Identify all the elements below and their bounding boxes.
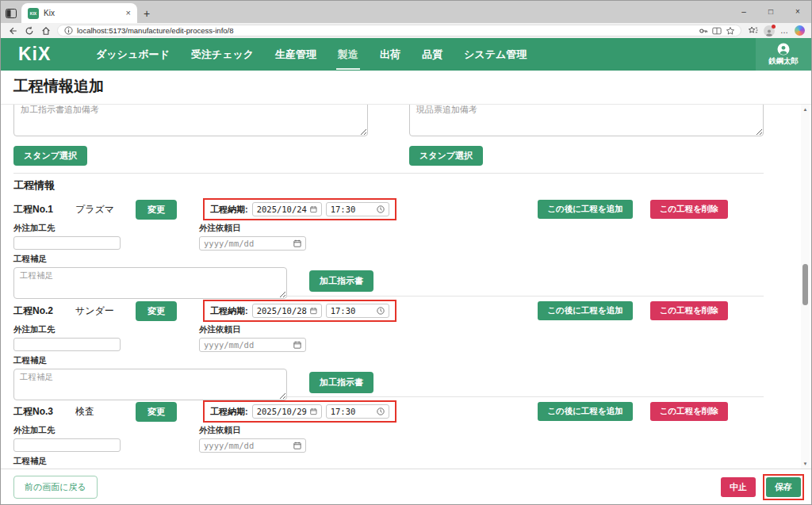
- delete-process-button[interactable]: この工程を削除: [650, 200, 728, 219]
- password-key-icon[interactable]: [699, 26, 708, 36]
- tab-close-icon[interactable]: ×: [126, 9, 131, 17]
- browser-tab-strip: KIX Kix × + – □ ×: [1, 1, 811, 23]
- new-tab-button[interactable]: +: [137, 4, 156, 23]
- back-to-previous-button[interactable]: 前の画面に戻る: [13, 476, 98, 499]
- deadline-time-input[interactable]: 17:30: [326, 404, 389, 419]
- browser-toolbar: localhost:5173/manufacture/edit-process-…: [1, 23, 811, 38]
- supplier-input[interactable]: [13, 438, 121, 452]
- scrollbar-thumb[interactable]: [802, 264, 808, 305]
- refresh-icon[interactable]: [24, 25, 35, 36]
- home-icon[interactable]: [40, 25, 52, 36]
- profile-avatar[interactable]: [764, 25, 775, 36]
- browser-window: KIX Kix × + – □ × localhost:5173/manufac…: [0, 0, 812, 505]
- note-textarea[interactable]: [13, 369, 287, 400]
- deadline-time-input[interactable]: 17:30: [326, 304, 389, 318]
- clock-icon: [377, 407, 385, 415]
- supplier-label: 外注加工先: [13, 425, 199, 436]
- nav-item-dashboard[interactable]: ダッシュボード: [96, 44, 170, 65]
- scroll-down-icon[interactable]: ▼: [801, 459, 810, 469]
- deadline-label: 工程納期:: [210, 204, 248, 216]
- address-bar[interactable]: localhost:5173/manufacture/edit-process-…: [57, 25, 741, 36]
- add-process-after-button[interactable]: この後に工程を追加: [538, 200, 632, 219]
- favorite-star-icon[interactable]: [726, 26, 735, 36]
- add-process-after-button[interactable]: この後に工程を追加: [538, 402, 632, 421]
- deadline-highlight-box: 工程納期: 2025/10/28 17:30: [203, 300, 396, 322]
- instruction-sheet-button[interactable]: 加工指示書: [309, 270, 373, 292]
- process-name: プラズマ: [75, 203, 136, 216]
- footer-bar: 前の画面に戻る 中止 保存: [1, 469, 811, 504]
- nav-item-system[interactable]: システム管理: [464, 44, 527, 65]
- nav-item-shipping[interactable]: 出荷: [380, 44, 400, 65]
- user-menu[interactable]: 鉄鋼太郎: [756, 38, 811, 71]
- deadline-highlight-box: 工程納期: 2025/10/29 17:30: [203, 400, 396, 423]
- nav-item-order-check[interactable]: 受注チェック: [191, 44, 254, 65]
- save-button[interactable]: 保存: [766, 477, 801, 497]
- settings-menu-icon[interactable]: …: [780, 26, 789, 35]
- change-process-button[interactable]: 変更: [136, 301, 177, 321]
- site-favicon-icon: KIX: [28, 8, 39, 19]
- browser-tab[interactable]: KIX Kix ×: [21, 3, 137, 23]
- process-row-1: 工程No.1 プラズマ 変更 工程納期: 2025/10/24 17:30 この…: [13, 195, 764, 296]
- deadline-date-input[interactable]: 2025/10/28: [252, 304, 322, 318]
- site-info-icon[interactable]: [63, 26, 73, 36]
- change-process-button[interactable]: 変更: [136, 200, 177, 220]
- deadline-label: 工程納期:: [210, 406, 248, 418]
- process-row-2: 工程No.2 サンダー 変更 工程納期: 2025/10/28 17:30 この…: [13, 296, 764, 396]
- note-textarea[interactable]: [13, 267, 287, 299]
- page-title: 工程情報追加: [1, 71, 811, 105]
- deadline-date-input[interactable]: 2025/10/24: [252, 202, 322, 216]
- process-number: 工程No.3: [13, 405, 75, 419]
- user-icon: [777, 43, 790, 55]
- note-label: 工程補足: [13, 355, 764, 366]
- calendar-icon: [293, 239, 301, 247]
- main-content: スタンプ選択 スタンプ選択 工程情報 工程No.1 プラズマ 変更 工程納期: …: [1, 105, 811, 469]
- url-text[interactable]: localhost:5173/manufacture/edit-process-…: [77, 26, 695, 35]
- instruction-remarks-textarea[interactable]: [13, 105, 368, 136]
- process-number: 工程No.1: [13, 203, 75, 216]
- request-date-label: 外注依頼日: [199, 324, 306, 335]
- process-section-heading: 工程情報: [13, 178, 764, 193]
- notification-dot: [772, 25, 776, 29]
- tab-layout-icon[interactable]: [1, 4, 21, 23]
- calendar-icon: [310, 205, 317, 213]
- split-screen-icon[interactable]: [712, 26, 722, 36]
- scroll-up-icon[interactable]: ▲: [801, 105, 810, 114]
- save-highlight-box: 保存: [763, 474, 804, 500]
- minimize-button[interactable]: –: [730, 1, 757, 21]
- deadline-time-input[interactable]: 17:30: [326, 202, 389, 216]
- add-process-after-button[interactable]: この後に工程を追加: [538, 301, 632, 320]
- stamp-select-button-right[interactable]: スタンプ選択: [409, 146, 483, 166]
- request-date-input[interactable]: yyyy/mm/dd: [199, 438, 306, 453]
- change-process-button[interactable]: 変更: [136, 402, 177, 422]
- supplier-input[interactable]: [13, 338, 121, 351]
- note-label: 工程補足: [13, 254, 764, 265]
- deadline-date-input[interactable]: 2025/10/29: [252, 404, 322, 419]
- nav-item-quality[interactable]: 品質: [422, 44, 442, 65]
- delete-process-button[interactable]: この工程を削除: [650, 402, 728, 421]
- back-icon[interactable]: [7, 25, 18, 36]
- process-name: サンダー: [75, 304, 136, 318]
- user-name: 鉄鋼太郎: [768, 56, 799, 67]
- calendar-icon: [310, 307, 317, 315]
- nav-item-production[interactable]: 生産管理: [275, 44, 316, 65]
- maximize-button[interactable]: □: [757, 1, 784, 21]
- app-logo[interactable]: KiX: [18, 44, 79, 65]
- note-label: 工程補足: [13, 456, 764, 467]
- supplier-label: 外注加工先: [13, 223, 199, 234]
- request-date-input[interactable]: yyyy/mm/dd: [199, 236, 306, 251]
- stamp-select-button-left[interactable]: スタンプ選択: [13, 146, 87, 166]
- cancel-button[interactable]: 中止: [721, 477, 756, 497]
- instruction-sheet-button[interactable]: 加工指示書: [309, 372, 373, 393]
- item-tag-remarks-textarea[interactable]: [409, 105, 764, 136]
- request-date-label: 外注依頼日: [199, 425, 306, 436]
- supplier-input[interactable]: [13, 236, 121, 250]
- delete-process-button[interactable]: この工程を削除: [650, 301, 728, 320]
- content-scrollbar[interactable]: ▲ ▼: [801, 105, 810, 469]
- calendar-icon: [293, 442, 301, 450]
- copilot-icon[interactable]: [795, 25, 805, 36]
- collections-star-icon[interactable]: [747, 25, 758, 36]
- request-date-input[interactable]: yyyy/mm/dd: [199, 338, 306, 352]
- process-row-3: 工程No.3 検査 変更 工程納期: 2025/10/29 17:30 この後に…: [13, 396, 764, 469]
- close-button[interactable]: ×: [784, 1, 811, 21]
- nav-item-manufacture[interactable]: 製造: [338, 44, 358, 65]
